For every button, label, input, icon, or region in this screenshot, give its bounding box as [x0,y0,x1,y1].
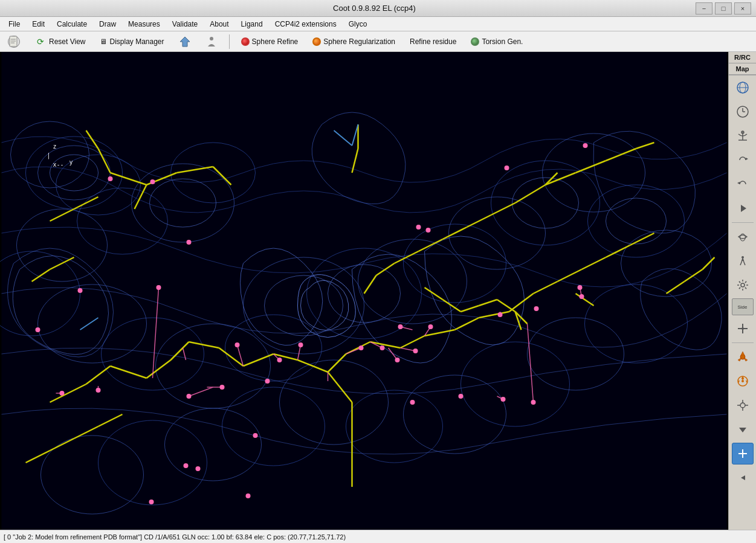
hazard2-icon [736,374,749,388]
svg-point-146 [184,463,189,468]
svg-rect-5 [2,52,727,530]
svg-text:|: | [47,152,51,159]
svg-point-4 [210,37,213,40]
hazard-button[interactable] [732,346,754,368]
walk-button[interactable] [732,250,754,272]
reset-view-button[interactable]: ⟳ Reset View [29,34,91,50]
globe-button[interactable] [732,77,754,98]
svg-point-140 [583,143,588,148]
svg-point-148 [253,433,258,438]
reset-view-label: Reset View [49,37,85,46]
sphere-refine-button[interactable]: Sphere Refine [236,36,304,48]
svg-point-189 [741,283,745,287]
person-icon [205,36,218,48]
globe-icon [736,81,749,94]
expand-button[interactable] [732,467,754,489]
anchor-button[interactable] [732,125,754,147]
sphere-regularization-label: Sphere Regularization [323,37,395,46]
torsion-gen-button[interactable]: Torsion Gen. [465,36,528,48]
menu-calculate[interactable]: Calculate [51,19,93,30]
plus-cross-button[interactable] [732,318,754,339]
torsion-gen-label: Torsion Gen. [482,37,523,46]
menu-file[interactable]: File [2,19,26,30]
maximize-button[interactable]: □ [715,2,732,14]
svg-text:z: z [53,143,57,150]
walk-icon [736,254,749,268]
menubar: File Edit Calculate Draw Measures Valida… [0,17,756,31]
chain-button[interactable] [732,226,754,248]
close-button[interactable]: × [734,2,751,14]
toolbar-separator-1 [229,34,230,49]
svg-point-144 [246,493,251,498]
molecular-viewer[interactable]: z | x-- y [0,52,728,530]
svg-point-142 [426,228,431,233]
status-text: [ 0 "Job 2: Model from refinement PDB fo… [4,533,346,541]
clock-icon [736,105,749,118]
menu-ligand[interactable]: Ligand [235,19,269,30]
menu-draw[interactable]: Draw [93,19,122,30]
expand-icon [736,471,749,484]
canvas-area[interactable]: z | x-- y [0,52,728,530]
side-label: Side [737,304,747,310]
settings-icon [736,278,749,292]
hazard-icon [736,350,749,364]
anchor-icon [736,129,749,143]
settings-button[interactable] [732,274,754,296]
rotate-cw-icon [736,153,749,167]
refine-residue-button[interactable]: Refine residue [404,36,462,48]
display-manager-button[interactable]: 🖥 Display Manager [94,36,169,48]
statusbar: [ 0 "Job 2: Model from refinement PDB fo… [0,530,756,543]
minimize-button[interactable]: − [696,2,712,14]
rc-label[interactable]: R/RC [729,52,756,63]
play-button[interactable] [732,198,754,219]
rotate-cw-button[interactable] [732,149,754,171]
person-icon-button[interactable] [200,34,223,50]
svg-point-141 [416,225,421,230]
display-manager-label: Display Manager [109,37,164,46]
menu-validate[interactable]: Validate [166,19,204,30]
hazard2-button[interactable] [732,370,754,392]
sphere-refine-label: Sphere Refine [252,37,299,46]
plus-cross-icon [736,322,749,335]
add-icon [737,448,748,459]
arrow-icon-button[interactable] [173,34,196,50]
svg-point-120 [36,327,40,332]
svg-point-188 [741,256,744,259]
sphere-regularization-icon [312,37,321,46]
crosshair-button[interactable] [732,394,754,416]
side-button[interactable]: Side [732,298,754,315]
svg-point-143 [149,500,154,504]
clock-button[interactable] [732,101,754,123]
display-manager-icon: 🖥 [100,37,107,46]
svg-point-192 [741,327,744,330]
add-button[interactable] [732,443,754,464]
menu-measures[interactable]: Measures [122,19,166,30]
svg-marker-186 [737,182,740,184]
menu-ccp4i2[interactable]: CCP4i2 extensions [269,19,343,30]
arrow-down-button[interactable] [732,419,754,440]
chain-icon [736,230,749,243]
menu-about[interactable]: About [204,19,234,30]
svg-point-131 [410,400,415,405]
menu-glyco[interactable]: Glyco [343,19,373,30]
toolbar: ⟳ Reset View 🖥 Display Manager Sphere Re… [0,31,756,52]
rotate-ccw-button[interactable] [732,173,754,195]
doc-button[interactable] [2,34,25,50]
sphere-regularization-button[interactable]: Sphere Regularization [307,36,401,48]
svg-marker-185 [746,158,748,160]
sidebar-divider-2 [732,342,754,343]
svg-marker-206 [741,475,745,480]
svg-point-139 [505,165,509,170]
sphere-refine-icon [241,37,250,46]
right-sidebar: R/RC Map [728,52,756,530]
map-label[interactable]: Map [729,63,756,75]
svg-point-147 [196,466,201,471]
svg-point-114 [78,288,83,293]
svg-point-111 [108,176,113,181]
svg-point-133 [459,394,464,399]
refine-residue-label: Refine residue [410,37,456,46]
titlebar: Coot 0.9.8.92 EL (ccp4) − □ × [0,0,756,17]
window-title: Coot 0.9.8.92 EL (ccp4) [53,4,696,13]
svg-point-135 [534,306,539,311]
menu-edit[interactable]: Edit [26,19,51,30]
